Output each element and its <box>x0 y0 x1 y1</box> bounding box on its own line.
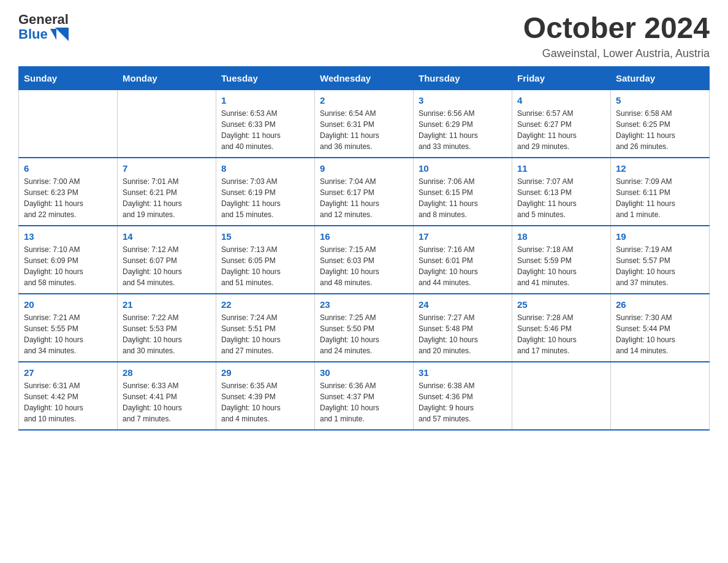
column-header-friday: Friday <box>512 66 611 90</box>
svg-marker-0 <box>55 28 69 41</box>
week-row-5: 27Sunrise: 6:31 AM Sunset: 4:42 PM Dayli… <box>19 362 710 430</box>
day-number: 3 <box>419 95 507 105</box>
day-cell: 19Sunrise: 7:19 AM Sunset: 5:57 PM Dayli… <box>611 226 710 294</box>
day-info: Sunrise: 7:15 AM Sunset: 6:03 PM Dayligh… <box>320 244 408 288</box>
day-number: 16 <box>320 231 408 242</box>
day-number: 30 <box>320 367 408 378</box>
day-info: Sunrise: 7:27 AM Sunset: 5:48 PM Dayligh… <box>419 312 507 356</box>
header-row: SundayMondayTuesdayWednesdayThursdayFrid… <box>19 66 710 90</box>
day-info: Sunrise: 7:19 AM Sunset: 5:57 PM Dayligh… <box>616 244 704 288</box>
day-number: 22 <box>221 299 309 310</box>
day-number: 9 <box>320 163 408 174</box>
day-info: Sunrise: 7:00 AM Sunset: 6:23 PM Dayligh… <box>24 176 112 220</box>
day-number: 6 <box>24 163 112 174</box>
location-subtitle: Gaweinstal, Lower Austria, Austria <box>523 47 710 60</box>
day-info: Sunrise: 6:57 AM Sunset: 6:27 PM Dayligh… <box>517 108 605 152</box>
day-cell: 29Sunrise: 6:35 AM Sunset: 4:39 PM Dayli… <box>216 362 315 430</box>
day-info: Sunrise: 7:24 AM Sunset: 5:51 PM Dayligh… <box>221 312 309 356</box>
day-number: 2 <box>320 95 408 105</box>
day-cell: 7Sunrise: 7:01 AM Sunset: 6:21 PM Daylig… <box>118 158 216 226</box>
column-header-thursday: Thursday <box>414 66 512 90</box>
day-info: Sunrise: 7:06 AM Sunset: 6:15 PM Dayligh… <box>419 176 507 220</box>
day-number: 11 <box>517 163 605 174</box>
day-cell: 28Sunrise: 6:33 AM Sunset: 4:41 PM Dayli… <box>118 362 216 430</box>
day-cell <box>512 362 611 430</box>
day-cell: 12Sunrise: 7:09 AM Sunset: 6:11 PM Dayli… <box>611 158 710 226</box>
week-row-1: 1Sunrise: 6:53 AM Sunset: 6:33 PM Daylig… <box>19 90 710 158</box>
day-cell: 23Sunrise: 7:25 AM Sunset: 5:50 PM Dayli… <box>315 294 414 362</box>
day-info: Sunrise: 7:13 AM Sunset: 6:05 PM Dayligh… <box>221 244 309 288</box>
day-cell: 10Sunrise: 7:06 AM Sunset: 6:15 PM Dayli… <box>414 158 512 226</box>
day-info: Sunrise: 7:30 AM Sunset: 5:44 PM Dayligh… <box>616 312 704 356</box>
day-info: Sunrise: 6:36 AM Sunset: 4:37 PM Dayligh… <box>320 380 408 424</box>
day-cell: 1Sunrise: 6:53 AM Sunset: 6:33 PM Daylig… <box>216 90 315 158</box>
day-number: 19 <box>616 231 704 242</box>
day-info: Sunrise: 7:22 AM Sunset: 5:53 PM Dayligh… <box>123 312 211 356</box>
day-cell: 14Sunrise: 7:12 AM Sunset: 6:07 PM Dayli… <box>118 226 216 294</box>
day-cell: 9Sunrise: 7:04 AM Sunset: 6:17 PM Daylig… <box>315 158 414 226</box>
day-cell: 27Sunrise: 6:31 AM Sunset: 4:42 PM Dayli… <box>19 362 118 430</box>
day-number: 28 <box>123 367 211 378</box>
day-cell: 22Sunrise: 7:24 AM Sunset: 5:51 PM Dayli… <box>216 294 315 362</box>
day-number: 15 <box>221 231 309 242</box>
day-number: 14 <box>123 231 211 242</box>
day-number: 25 <box>517 299 605 310</box>
day-cell: 18Sunrise: 7:18 AM Sunset: 5:59 PM Dayli… <box>512 226 611 294</box>
week-row-4: 20Sunrise: 7:21 AM Sunset: 5:55 PM Dayli… <box>19 294 710 362</box>
column-header-monday: Monday <box>118 66 216 90</box>
day-number: 12 <box>616 163 704 174</box>
day-number: 29 <box>221 367 309 378</box>
day-info: Sunrise: 7:21 AM Sunset: 5:55 PM Dayligh… <box>24 312 112 356</box>
day-cell: 15Sunrise: 7:13 AM Sunset: 6:05 PM Dayli… <box>216 226 315 294</box>
day-cell: 20Sunrise: 7:21 AM Sunset: 5:55 PM Dayli… <box>19 294 118 362</box>
logo: General Blue <box>18 12 69 42</box>
day-cell: 4Sunrise: 6:57 AM Sunset: 6:27 PM Daylig… <box>512 90 611 158</box>
calendar-body: 1Sunrise: 6:53 AM Sunset: 6:33 PM Daylig… <box>19 90 710 430</box>
week-row-3: 13Sunrise: 7:10 AM Sunset: 6:09 PM Dayli… <box>19 226 710 294</box>
day-number: 10 <box>419 163 507 174</box>
logo-general-text: General <box>18 12 69 27</box>
day-cell <box>118 90 216 158</box>
logo-blue-text: Blue <box>18 27 48 42</box>
day-info: Sunrise: 6:54 AM Sunset: 6:31 PM Dayligh… <box>320 108 408 152</box>
month-title: October 2024 <box>523 12 710 45</box>
day-info: Sunrise: 6:31 AM Sunset: 4:42 PM Dayligh… <box>24 380 112 424</box>
day-number: 7 <box>123 163 211 174</box>
title-block: October 2024 Gaweinstal, Lower Austria, … <box>523 12 710 60</box>
day-cell: 21Sunrise: 7:22 AM Sunset: 5:53 PM Dayli… <box>118 294 216 362</box>
day-number: 4 <box>517 95 605 105</box>
day-info: Sunrise: 7:28 AM Sunset: 5:46 PM Dayligh… <box>517 312 605 356</box>
day-info: Sunrise: 7:12 AM Sunset: 6:07 PM Dayligh… <box>123 244 211 288</box>
column-header-saturday: Saturday <box>611 66 710 90</box>
day-info: Sunrise: 6:58 AM Sunset: 6:25 PM Dayligh… <box>616 108 704 152</box>
day-info: Sunrise: 6:38 AM Sunset: 4:36 PM Dayligh… <box>419 380 507 424</box>
day-number: 1 <box>221 95 309 105</box>
day-info: Sunrise: 7:16 AM Sunset: 6:01 PM Dayligh… <box>419 244 507 288</box>
day-number: 23 <box>320 299 408 310</box>
day-cell: 11Sunrise: 7:07 AM Sunset: 6:13 PM Dayli… <box>512 158 611 226</box>
day-cell: 3Sunrise: 6:56 AM Sunset: 6:29 PM Daylig… <box>414 90 512 158</box>
day-info: Sunrise: 7:10 AM Sunset: 6:09 PM Dayligh… <box>24 244 112 288</box>
day-number: 24 <box>419 299 507 310</box>
day-number: 18 <box>517 231 605 242</box>
day-number: 21 <box>123 299 211 310</box>
day-cell: 6Sunrise: 7:00 AM Sunset: 6:23 PM Daylig… <box>19 158 118 226</box>
day-number: 17 <box>419 231 507 242</box>
day-cell <box>19 90 118 158</box>
day-cell: 2Sunrise: 6:54 AM Sunset: 6:31 PM Daylig… <box>315 90 414 158</box>
day-number: 5 <box>616 95 704 105</box>
day-number: 31 <box>419 367 507 378</box>
day-info: Sunrise: 7:03 AM Sunset: 6:19 PM Dayligh… <box>221 176 309 220</box>
day-cell: 13Sunrise: 7:10 AM Sunset: 6:09 PM Dayli… <box>19 226 118 294</box>
week-row-2: 6Sunrise: 7:00 AM Sunset: 6:23 PM Daylig… <box>19 158 710 226</box>
day-cell: 24Sunrise: 7:27 AM Sunset: 5:48 PM Dayli… <box>414 294 512 362</box>
day-cell: 5Sunrise: 6:58 AM Sunset: 6:25 PM Daylig… <box>611 90 710 158</box>
day-number: 13 <box>24 231 112 242</box>
day-number: 8 <box>221 163 309 174</box>
day-cell: 8Sunrise: 7:03 AM Sunset: 6:19 PM Daylig… <box>216 158 315 226</box>
column-header-tuesday: Tuesday <box>216 66 315 90</box>
day-number: 27 <box>24 367 112 378</box>
day-info: Sunrise: 7:25 AM Sunset: 5:50 PM Dayligh… <box>320 312 408 356</box>
day-number: 26 <box>616 299 704 310</box>
day-cell: 31Sunrise: 6:38 AM Sunset: 4:36 PM Dayli… <box>414 362 512 430</box>
